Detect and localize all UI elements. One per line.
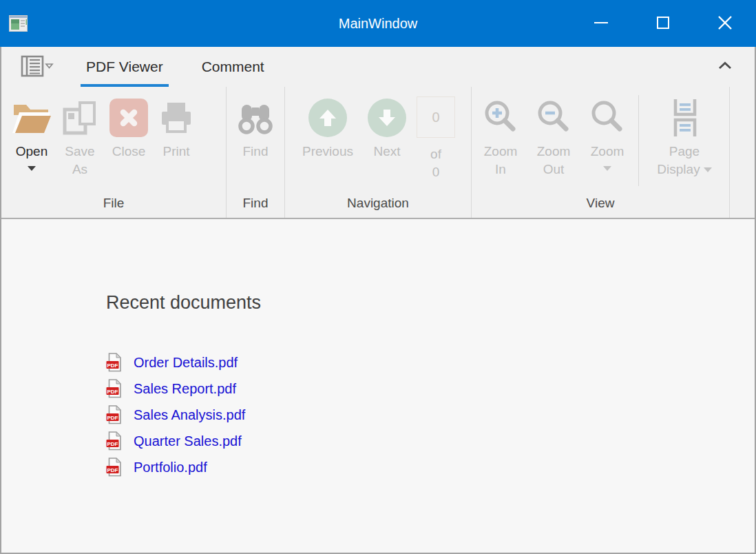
ribbon-collapse-button[interactable] xyxy=(709,47,741,87)
recent-file-link[interactable]: Sales Analysis.pdf xyxy=(134,407,245,423)
titlebar: MainWindow xyxy=(0,0,756,47)
open-label: Open xyxy=(16,143,48,161)
maximize-icon xyxy=(655,14,671,33)
svg-text:PDF: PDF xyxy=(107,441,118,447)
find-button[interactable]: Find xyxy=(230,94,281,161)
pdf-file-icon: PDF xyxy=(106,458,123,477)
zoom-icon xyxy=(588,96,627,139)
tab-comment[interactable]: Comment xyxy=(196,47,270,87)
recent-file-link[interactable]: Portfolio.pdf xyxy=(134,460,207,475)
next-label: Next xyxy=(373,143,400,161)
recent-file-row: PDF Portfolio.pdf xyxy=(106,454,755,480)
previous-icon xyxy=(308,96,347,139)
group-label-navigation: Navigation xyxy=(285,196,471,218)
tab-pdf-viewer-label: PDF Viewer xyxy=(86,59,163,75)
recent-file-row: PDF Quarter Sales.pdf xyxy=(106,428,755,454)
recent-file-row: PDF Order Details.pdf xyxy=(106,349,755,376)
tab-comment-label: Comment xyxy=(202,59,264,75)
app-icon xyxy=(9,15,28,32)
zoom-in-icon xyxy=(481,96,520,139)
pdf-file-icon: PDF xyxy=(106,431,123,451)
view-group-separator xyxy=(638,95,639,186)
zoom-button[interactable]: Zoom xyxy=(580,94,634,171)
zoom-label: Zoom xyxy=(591,143,624,161)
tab-pdf-viewer[interactable]: PDF Viewer xyxy=(81,47,169,87)
close-window-button[interactable] xyxy=(694,0,756,47)
recent-documents-heading: Recent documents xyxy=(106,292,755,314)
print-button[interactable]: Print xyxy=(151,94,201,161)
close-doc-icon xyxy=(109,96,148,139)
print-icon xyxy=(157,96,196,139)
open-icon xyxy=(12,96,52,139)
previous-page-button[interactable]: Previous xyxy=(295,94,361,161)
zoom-out-icon xyxy=(534,96,573,139)
print-label: Print xyxy=(162,143,189,161)
ribbon-group-find: Find Find xyxy=(227,87,285,218)
page-display-icon xyxy=(665,96,704,139)
open-button[interactable]: Open xyxy=(10,94,54,171)
svg-text:PDF: PDF xyxy=(107,415,118,421)
page-number-input[interactable] xyxy=(417,96,455,138)
group-label-find: Find xyxy=(227,196,284,218)
zoom-out-label: Zoom Out xyxy=(534,143,573,178)
window-body: PDF Viewer Comment xyxy=(0,47,756,554)
close-document-button[interactable]: Close xyxy=(106,94,151,161)
pdf-file-icon: PDF xyxy=(106,353,123,372)
recent-file-link[interactable]: Sales Report.pdf xyxy=(134,381,236,397)
svg-text:PDF: PDF xyxy=(107,467,118,473)
save-as-icon xyxy=(61,96,99,139)
recent-file-row: PDF Sales Report.pdf xyxy=(106,376,755,402)
zoom-out-button[interactable]: Zoom Out xyxy=(527,94,580,178)
close-window-icon xyxy=(716,14,734,34)
save-as-label: Save As xyxy=(62,143,98,178)
page-display-label: Page Display xyxy=(654,143,715,178)
ribbon-tab-row: PDF Viewer Comment xyxy=(1,47,755,87)
close-doc-label: Close xyxy=(112,143,146,161)
next-page-button[interactable]: Next xyxy=(361,94,413,161)
previous-label: Previous xyxy=(302,143,353,161)
recent-file-link[interactable]: Quarter Sales.pdf xyxy=(134,433,242,449)
document-area: Recent documents PDF Order Details.pdf xyxy=(1,219,755,553)
main-window: MainWindow xyxy=(0,0,756,554)
recent-files-list: PDF Order Details.pdf PDF Sales xyxy=(106,349,755,480)
file-menu-icon xyxy=(21,55,54,79)
window-controls xyxy=(570,0,756,47)
svg-text:PDF: PDF xyxy=(107,362,118,369)
group-label-view: View xyxy=(472,196,729,218)
find-label: Find xyxy=(243,143,269,161)
minimize-button[interactable] xyxy=(570,0,632,47)
page-number-field: of 0 xyxy=(413,94,459,181)
maximize-button[interactable] xyxy=(632,0,694,47)
page-count-label: of 0 xyxy=(426,145,446,181)
ribbon-group-view: Zoom In Zoom Out xyxy=(472,87,730,218)
ribbon-group-file: Open Save As xyxy=(1,87,227,218)
zoom-dropdown-icon xyxy=(603,166,611,171)
ribbon-filler xyxy=(730,87,755,218)
pdf-file-icon: PDF xyxy=(106,379,123,398)
page-display-dropdown-icon xyxy=(704,167,712,172)
zoom-in-label: Zoom In xyxy=(483,143,518,178)
zoom-in-button[interactable]: Zoom In xyxy=(474,94,527,178)
recent-file-row: PDF Sales Analysis.pdf xyxy=(106,402,755,428)
group-label-file: File xyxy=(1,196,226,218)
open-dropdown-icon xyxy=(28,166,36,171)
save-as-button[interactable]: Save As xyxy=(54,94,106,178)
minimize-icon xyxy=(593,14,609,33)
find-icon xyxy=(236,96,275,139)
ribbon-collapse-icon xyxy=(717,61,733,72)
file-menu-button[interactable] xyxy=(17,47,58,87)
next-icon xyxy=(368,96,406,139)
ribbon-toolbar: Open Save As xyxy=(1,87,755,219)
svg-text:PDF: PDF xyxy=(107,389,118,395)
ribbon-group-navigation: Previous Next of 0 xyxy=(285,87,472,218)
page-display-button[interactable]: Page Display xyxy=(646,94,723,178)
pdf-file-icon: PDF xyxy=(106,405,123,424)
recent-file-link[interactable]: Order Details.pdf xyxy=(134,355,238,371)
